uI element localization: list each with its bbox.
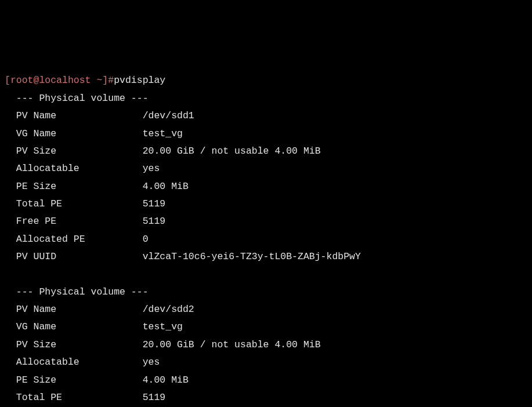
label-pv-size: PV Size bbox=[5, 146, 56, 157]
section-header: --- Physical volume --- bbox=[5, 286, 149, 297]
value-allocatable: yes bbox=[143, 357, 160, 368]
value-total-pe: 5119 bbox=[143, 198, 166, 209]
value-pv-uuid: vlZcaT-10c6-yei6-TZ3y-tL0B-ZABj-kdbPwY bbox=[143, 251, 361, 262]
value-free-pe: 5119 bbox=[143, 216, 166, 227]
value-pv-name: /dev/sdd2 bbox=[143, 304, 194, 315]
value-allocatable: yes bbox=[143, 163, 160, 174]
value-pe-size: 4.00 MiB bbox=[143, 181, 189, 192]
label-allocatable: Allocatable bbox=[5, 163, 79, 174]
value-total-pe: 5119 bbox=[143, 392, 166, 403]
value-pv-size: 20.00 GiB / not usable 4.00 MiB bbox=[143, 339, 321, 350]
prompt-user-host: [root@localhost ~]# bbox=[5, 75, 114, 86]
label-allocatable: Allocatable bbox=[5, 357, 79, 368]
value-pe-size: 4.00 MiB bbox=[143, 375, 189, 386]
section-header: --- Physical volume --- bbox=[5, 93, 149, 104]
label-pv-name: PV Name bbox=[5, 110, 56, 121]
terminal-output[interactable]: [root@localhost ~]#pvdisplay --- Physica… bbox=[5, 72, 527, 407]
command-text: pvdisplay bbox=[114, 75, 165, 86]
label-pe-size: PE Size bbox=[5, 375, 56, 386]
label-pv-size: PV Size bbox=[5, 339, 56, 350]
value-vg-name: test_vg bbox=[143, 321, 183, 332]
label-vg-name: VG Name bbox=[5, 128, 56, 139]
value-vg-name: test_vg bbox=[143, 128, 183, 139]
label-pe-size: PE Size bbox=[5, 181, 56, 192]
value-allocated-pe: 0 bbox=[143, 234, 149, 245]
label-total-pe: Total PE bbox=[5, 198, 62, 209]
label-free-pe: Free PE bbox=[5, 216, 56, 227]
value-pv-size: 20.00 GiB / not usable 4.00 MiB bbox=[143, 146, 321, 157]
label-vg-name: VG Name bbox=[5, 321, 56, 332]
value-pv-name: /dev/sdd1 bbox=[143, 110, 194, 121]
label-pv-uuid: PV UUID bbox=[5, 251, 56, 262]
label-total-pe: Total PE bbox=[5, 392, 62, 403]
label-pv-name: PV Name bbox=[5, 304, 56, 315]
label-allocated-pe: Allocated PE bbox=[5, 234, 85, 245]
